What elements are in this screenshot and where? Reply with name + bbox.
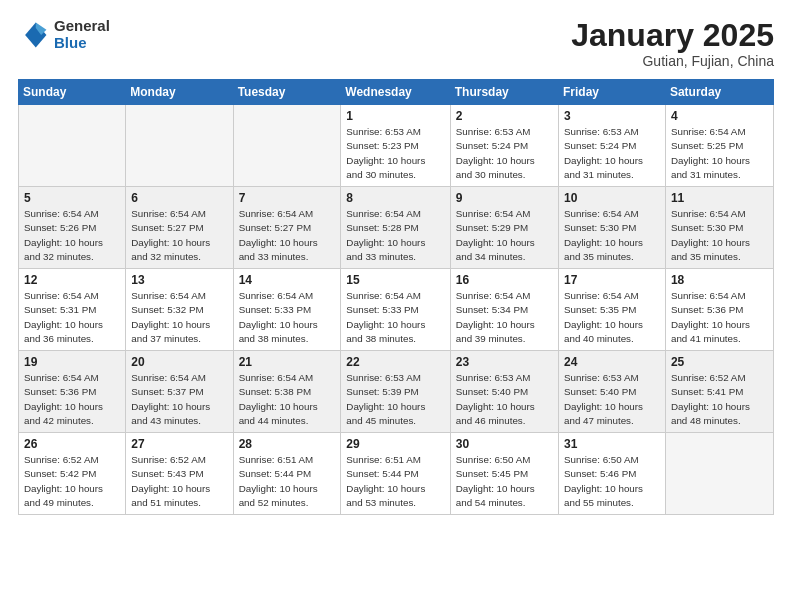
table-row: 14Sunrise: 6:54 AM Sunset: 5:33 PM Dayli… xyxy=(233,269,341,351)
day-info: Sunrise: 6:54 AM Sunset: 5:25 PM Dayligh… xyxy=(671,125,768,182)
day-info: Sunrise: 6:54 AM Sunset: 5:28 PM Dayligh… xyxy=(346,207,444,264)
table-row: 27Sunrise: 6:52 AM Sunset: 5:43 PM Dayli… xyxy=(126,433,233,515)
day-number: 14 xyxy=(239,273,336,287)
day-info: Sunrise: 6:52 AM Sunset: 5:41 PM Dayligh… xyxy=(671,371,768,428)
day-number: 2 xyxy=(456,109,553,123)
day-number: 23 xyxy=(456,355,553,369)
day-info: Sunrise: 6:54 AM Sunset: 5:36 PM Dayligh… xyxy=(671,289,768,346)
table-row: 7Sunrise: 6:54 AM Sunset: 5:27 PM Daylig… xyxy=(233,187,341,269)
header-thursday: Thursday xyxy=(450,80,558,105)
table-row xyxy=(233,105,341,187)
day-info: Sunrise: 6:54 AM Sunset: 5:38 PM Dayligh… xyxy=(239,371,336,428)
header-sunday: Sunday xyxy=(19,80,126,105)
day-number: 30 xyxy=(456,437,553,451)
table-row: 29Sunrise: 6:51 AM Sunset: 5:44 PM Dayli… xyxy=(341,433,450,515)
day-info: Sunrise: 6:51 AM Sunset: 5:44 PM Dayligh… xyxy=(239,453,336,510)
day-number: 8 xyxy=(346,191,444,205)
day-info: Sunrise: 6:52 AM Sunset: 5:43 PM Dayligh… xyxy=(131,453,227,510)
day-info: Sunrise: 6:54 AM Sunset: 5:36 PM Dayligh… xyxy=(24,371,120,428)
table-row: 8Sunrise: 6:54 AM Sunset: 5:28 PM Daylig… xyxy=(341,187,450,269)
logo-text: General Blue xyxy=(54,18,110,51)
day-number: 25 xyxy=(671,355,768,369)
day-number: 3 xyxy=(564,109,660,123)
day-number: 13 xyxy=(131,273,227,287)
day-number: 5 xyxy=(24,191,120,205)
table-row: 1Sunrise: 6:53 AM Sunset: 5:23 PM Daylig… xyxy=(341,105,450,187)
table-row xyxy=(19,105,126,187)
calendar-week-row: 12Sunrise: 6:54 AM Sunset: 5:31 PM Dayli… xyxy=(19,269,774,351)
day-info: Sunrise: 6:53 AM Sunset: 5:39 PM Dayligh… xyxy=(346,371,444,428)
logo-icon xyxy=(18,19,50,51)
day-info: Sunrise: 6:54 AM Sunset: 5:30 PM Dayligh… xyxy=(564,207,660,264)
day-number: 11 xyxy=(671,191,768,205)
table-row: 31Sunrise: 6:50 AM Sunset: 5:46 PM Dayli… xyxy=(559,433,666,515)
table-row: 9Sunrise: 6:54 AM Sunset: 5:29 PM Daylig… xyxy=(450,187,558,269)
day-number: 6 xyxy=(131,191,227,205)
header: General Blue January 2025 Gutian, Fujian… xyxy=(18,18,774,69)
day-info: Sunrise: 6:54 AM Sunset: 5:32 PM Dayligh… xyxy=(131,289,227,346)
day-number: 10 xyxy=(564,191,660,205)
table-row: 24Sunrise: 6:53 AM Sunset: 5:40 PM Dayli… xyxy=(559,351,666,433)
calendar-header-row: Sunday Monday Tuesday Wednesday Thursday… xyxy=(19,80,774,105)
table-row: 17Sunrise: 6:54 AM Sunset: 5:35 PM Dayli… xyxy=(559,269,666,351)
day-number: 4 xyxy=(671,109,768,123)
table-row: 13Sunrise: 6:54 AM Sunset: 5:32 PM Dayli… xyxy=(126,269,233,351)
day-number: 7 xyxy=(239,191,336,205)
day-info: Sunrise: 6:53 AM Sunset: 5:40 PM Dayligh… xyxy=(456,371,553,428)
table-row: 26Sunrise: 6:52 AM Sunset: 5:42 PM Dayli… xyxy=(19,433,126,515)
day-number: 26 xyxy=(24,437,120,451)
day-info: Sunrise: 6:54 AM Sunset: 5:35 PM Dayligh… xyxy=(564,289,660,346)
table-row: 19Sunrise: 6:54 AM Sunset: 5:36 PM Dayli… xyxy=(19,351,126,433)
day-number: 16 xyxy=(456,273,553,287)
table-row: 22Sunrise: 6:53 AM Sunset: 5:39 PM Dayli… xyxy=(341,351,450,433)
day-info: Sunrise: 6:54 AM Sunset: 5:33 PM Dayligh… xyxy=(239,289,336,346)
header-friday: Friday xyxy=(559,80,666,105)
day-number: 18 xyxy=(671,273,768,287)
logo-blue-text: Blue xyxy=(54,35,110,52)
header-saturday: Saturday xyxy=(665,80,773,105)
day-info: Sunrise: 6:54 AM Sunset: 5:34 PM Dayligh… xyxy=(456,289,553,346)
day-info: Sunrise: 6:53 AM Sunset: 5:24 PM Dayligh… xyxy=(564,125,660,182)
day-info: Sunrise: 6:54 AM Sunset: 5:31 PM Dayligh… xyxy=(24,289,120,346)
day-info: Sunrise: 6:50 AM Sunset: 5:46 PM Dayligh… xyxy=(564,453,660,510)
header-monday: Monday xyxy=(126,80,233,105)
day-number: 22 xyxy=(346,355,444,369)
day-info: Sunrise: 6:53 AM Sunset: 5:23 PM Dayligh… xyxy=(346,125,444,182)
table-row: 30Sunrise: 6:50 AM Sunset: 5:45 PM Dayli… xyxy=(450,433,558,515)
day-number: 31 xyxy=(564,437,660,451)
table-row: 12Sunrise: 6:54 AM Sunset: 5:31 PM Dayli… xyxy=(19,269,126,351)
header-wednesday: Wednesday xyxy=(341,80,450,105)
table-row: 23Sunrise: 6:53 AM Sunset: 5:40 PM Dayli… xyxy=(450,351,558,433)
calendar-week-row: 5Sunrise: 6:54 AM Sunset: 5:26 PM Daylig… xyxy=(19,187,774,269)
table-row: 3Sunrise: 6:53 AM Sunset: 5:24 PM Daylig… xyxy=(559,105,666,187)
day-number: 12 xyxy=(24,273,120,287)
page: General Blue January 2025 Gutian, Fujian… xyxy=(0,0,792,612)
logo-general-text: General xyxy=(54,18,110,35)
day-info: Sunrise: 6:54 AM Sunset: 5:27 PM Dayligh… xyxy=(239,207,336,264)
day-info: Sunrise: 6:54 AM Sunset: 5:26 PM Dayligh… xyxy=(24,207,120,264)
title-block: January 2025 Gutian, Fujian, China xyxy=(571,18,774,69)
day-info: Sunrise: 6:54 AM Sunset: 5:30 PM Dayligh… xyxy=(671,207,768,264)
day-number: 20 xyxy=(131,355,227,369)
day-info: Sunrise: 6:53 AM Sunset: 5:40 PM Dayligh… xyxy=(564,371,660,428)
day-number: 24 xyxy=(564,355,660,369)
table-row: 21Sunrise: 6:54 AM Sunset: 5:38 PM Dayli… xyxy=(233,351,341,433)
day-info: Sunrise: 6:52 AM Sunset: 5:42 PM Dayligh… xyxy=(24,453,120,510)
location-subtitle: Gutian, Fujian, China xyxy=(571,53,774,69)
table-row: 6Sunrise: 6:54 AM Sunset: 5:27 PM Daylig… xyxy=(126,187,233,269)
logo: General Blue xyxy=(18,18,110,51)
table-row xyxy=(126,105,233,187)
table-row: 20Sunrise: 6:54 AM Sunset: 5:37 PM Dayli… xyxy=(126,351,233,433)
day-number: 1 xyxy=(346,109,444,123)
day-info: Sunrise: 6:53 AM Sunset: 5:24 PM Dayligh… xyxy=(456,125,553,182)
table-row: 5Sunrise: 6:54 AM Sunset: 5:26 PM Daylig… xyxy=(19,187,126,269)
day-number: 19 xyxy=(24,355,120,369)
month-title: January 2025 xyxy=(571,18,774,53)
table-row: 18Sunrise: 6:54 AM Sunset: 5:36 PM Dayli… xyxy=(665,269,773,351)
day-number: 17 xyxy=(564,273,660,287)
calendar-week-row: 19Sunrise: 6:54 AM Sunset: 5:36 PM Dayli… xyxy=(19,351,774,433)
day-info: Sunrise: 6:51 AM Sunset: 5:44 PM Dayligh… xyxy=(346,453,444,510)
table-row: 25Sunrise: 6:52 AM Sunset: 5:41 PM Dayli… xyxy=(665,351,773,433)
calendar-week-row: 1Sunrise: 6:53 AM Sunset: 5:23 PM Daylig… xyxy=(19,105,774,187)
day-number: 29 xyxy=(346,437,444,451)
